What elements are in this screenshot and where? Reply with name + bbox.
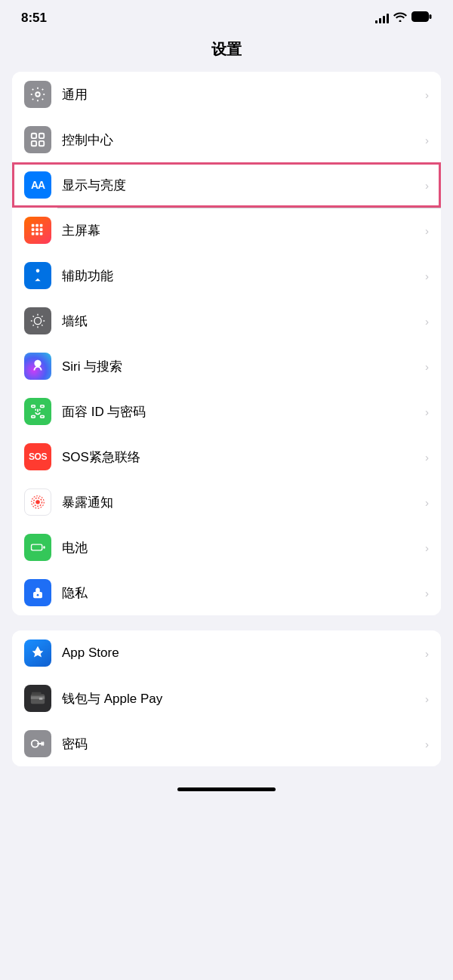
general-label: 通用 [62, 86, 421, 103]
battery-row-icon [24, 534, 51, 561]
wallet-chevron: › [425, 692, 429, 705]
display-icon: AA [24, 171, 51, 199]
svg-rect-33 [39, 698, 43, 700]
display-label: 显示与亮度 [62, 177, 421, 194]
passwords-chevron: › [425, 738, 429, 750]
svg-rect-16 [40, 233, 43, 236]
row-privacy[interactable]: 隐私 › [12, 570, 441, 615]
privacy-chevron: › [425, 587, 429, 599]
svg-rect-21 [32, 416, 35, 418]
passwords-label: 密码 [62, 735, 421, 753]
accessibility-icon [24, 262, 51, 289]
svg-rect-12 [35, 228, 39, 231]
accessibility-chevron: › [425, 270, 429, 282]
status-time: 8:51 [21, 11, 47, 26]
row-home-screen[interactable]: 主屏幕 › [12, 208, 441, 253]
home-screen-label: 主屏幕 [62, 222, 421, 239]
row-face-id[interactable]: 面容 ID 与密码 › [12, 389, 441, 434]
row-sos[interactable]: SOS SOS紧急联络 › [12, 434, 441, 479]
home-screen-chevron: › [425, 224, 429, 237]
svg-rect-1 [430, 14, 432, 19]
exposure-chevron: › [425, 496, 429, 509]
svg-rect-5 [39, 134, 44, 138]
svg-rect-19 [32, 405, 35, 408]
passwords-icon [24, 730, 51, 757]
wallet-icon [24, 685, 51, 712]
face-id-chevron: › [425, 405, 429, 418]
accessibility-label: 辅助功能 [62, 267, 421, 285]
svg-point-23 [35, 500, 40, 504]
svg-rect-15 [35, 233, 39, 236]
settings-section-1: 通用 › 控制中心 › AA 显示与亮度 › [12, 72, 441, 615]
row-wallpaper[interactable]: 墙纸 › [12, 298, 441, 344]
svg-rect-2 [413, 13, 427, 21]
row-wallet[interactable]: 钱包与 Apple Pay › [12, 676, 441, 721]
row-control-center[interactable]: 控制中心 › [12, 117, 441, 162]
face-id-icon [24, 398, 51, 425]
wallpaper-icon [24, 307, 51, 334]
svg-rect-28 [32, 545, 42, 550]
face-id-label: 面容 ID 与密码 [62, 403, 421, 421]
svg-rect-20 [41, 405, 45, 408]
sos-label: SOS紧急联络 [62, 448, 421, 466]
home-bar [177, 787, 276, 791]
row-app-store[interactable]: App Store › [12, 630, 441, 676]
row-siri[interactable]: Siri 与搜索 › [12, 344, 441, 389]
siri-label: Siri 与搜索 [62, 358, 421, 375]
wallet-label: 钱包与 Apple Pay [62, 690, 421, 707]
row-battery[interactable]: 电池 › [12, 525, 441, 570]
svg-point-17 [36, 269, 40, 273]
wallpaper-label: 墙纸 [62, 313, 421, 330]
svg-rect-34 [32, 692, 42, 695]
battery-icon [411, 11, 432, 25]
svg-point-3 [35, 92, 40, 97]
svg-rect-7 [39, 141, 44, 146]
svg-rect-13 [40, 228, 43, 231]
svg-rect-11 [32, 228, 35, 231]
svg-rect-10 [40, 224, 43, 227]
svg-point-30 [37, 594, 39, 596]
sos-chevron: › [425, 451, 429, 464]
svg-rect-22 [41, 416, 45, 418]
svg-rect-8 [32, 224, 35, 227]
row-passwords[interactable]: 密码 › [12, 721, 441, 766]
battery-label: 电池 [62, 539, 421, 556]
row-display[interactable]: AA 显示与亮度 › [12, 162, 441, 208]
svg-rect-14 [32, 233, 35, 236]
svg-rect-4 [32, 134, 36, 138]
wallpaper-chevron: › [425, 315, 429, 328]
privacy-icon [24, 579, 51, 606]
svg-rect-27 [43, 546, 45, 549]
row-accessibility[interactable]: 辅助功能 › [12, 253, 441, 298]
siri-chevron: › [425, 360, 429, 373]
wifi-icon [393, 11, 407, 25]
app-store-chevron: › [425, 647, 429, 660]
exposure-label: 暴露通知 [62, 494, 421, 511]
svg-point-18 [34, 317, 41, 324]
general-chevron: › [425, 88, 429, 101]
battery-chevron: › [425, 541, 429, 554]
svg-rect-6 [32, 141, 36, 146]
general-icon [24, 81, 51, 108]
control-center-label: 控制中心 [62, 131, 421, 149]
home-indicator [0, 781, 453, 791]
signal-icon [375, 13, 389, 23]
home-screen-icon [24, 217, 51, 244]
settings-section-2: App Store › 钱包与 Apple Pay › 密码 › [12, 630, 441, 766]
siri-icon [24, 353, 51, 380]
app-store-label: App Store [62, 646, 421, 661]
privacy-label: 隐私 [62, 584, 421, 602]
status-bar: 8:51 [0, 0, 453, 32]
display-chevron: › [425, 179, 429, 192]
row-exposure[interactable]: 暴露通知 › [12, 479, 441, 525]
control-center-chevron: › [425, 134, 429, 146]
sos-icon: SOS [24, 443, 51, 470]
status-icons [375, 11, 432, 25]
row-general[interactable]: 通用 › [12, 72, 441, 117]
exposure-icon [24, 488, 51, 516]
control-center-icon [24, 126, 51, 153]
svg-rect-9 [35, 224, 39, 227]
page-title: 设置 [0, 32, 453, 72]
app-store-icon [24, 639, 51, 667]
